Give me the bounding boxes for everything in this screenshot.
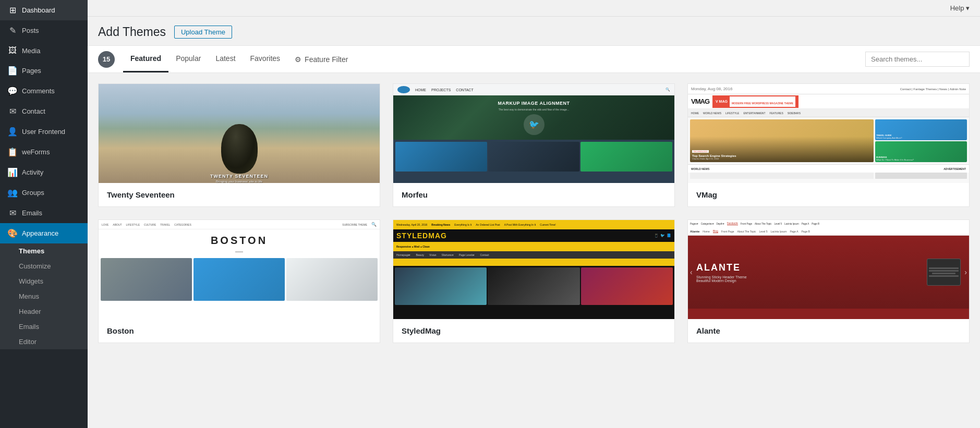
theme-name-boston: Boston [99, 319, 380, 343]
sidebar-submenu-appearance: Themes Customize Widgets Menus Header Em… [0, 243, 88, 349]
sidebar-item-user-frontend[interactable]: 👤 User Frontend [0, 121, 88, 142]
tab-favorites[interactable]: Favorites [243, 46, 288, 72]
sidebar-item-appearance[interactable]: 🎨 Appearance [0, 223, 88, 243]
sidebar-item-label: Comments [22, 87, 55, 95]
theme-name-twenty-seventeen: Twenty Seventeen [99, 183, 380, 206]
theme-thumbnail-styledmag: Wednesday, April 20, 2016 Breaking News … [393, 220, 674, 319]
morfeu-hero: MARKUP IMAGE ALIGNMENT The best way to d… [393, 95, 674, 140]
user-frontend-icon: 👤 [7, 127, 18, 137]
sidebar-item-label: Emails [22, 209, 42, 217]
sidebar-item-dashboard[interactable]: ⊞ Dashboard [0, 0, 88, 20]
sidebar-sub-item-widgets[interactable]: Widgets [0, 274, 88, 289]
theme-card-alante[interactable]: Pages▾Categories▾Depth▾Standard▾Front Pa… [687, 219, 970, 343]
page-header: Add Themes Upload Theme [88, 17, 980, 46]
sidebar-item-label: User Frontend [22, 128, 65, 136]
tab-popular[interactable]: Popular [168, 46, 208, 72]
sidebar-item-activity[interactable]: 📊 Activity [0, 162, 88, 182]
sidebar-item-label: Appearance [22, 229, 58, 237]
sidebar-sub-item-themes[interactable]: Themes [0, 243, 88, 259]
theme-thumbnail-twenty-seventeen: ✓ Installed TWENTY SEVENTEEN Bringing yo… [99, 84, 380, 183]
morfeu-nav: HOMEPROJECTSCONTACT 🔍 [393, 84, 674, 95]
sidebar-item-label: weForms [22, 148, 50, 156]
sidebar-sub-item-header[interactable]: Header [0, 304, 88, 319]
sidebar-sub-item-menus[interactable]: Menus [0, 289, 88, 304]
upload-theme-button[interactable]: Upload Theme [174, 26, 232, 39]
sidebar-item-comments[interactable]: 💬 Comments [0, 81, 88, 101]
sidebar-item-label: Pages [22, 67, 41, 75]
theme-count-badge: 15 [98, 51, 115, 68]
theme-card-boston[interactable]: LOVE ABOUT LIFESTYLE CULTURE TRAVEL CATE… [98, 219, 380, 343]
sidebar-item-label: Posts [22, 27, 39, 34]
sidebar-item-weforms[interactable]: 📋 weForms [0, 142, 88, 162]
sidebar: ⊞ Dashboard ✎ Posts 🖼 Media 📄 Pages 💬 Co… [0, 0, 88, 428]
sidebar-item-groups[interactable]: 👥 Groups [0, 182, 88, 203]
topbar: Help ▾ [88, 0, 980, 17]
theme-name-morfeu: Morfeu [393, 183, 674, 206]
pages-icon: 📄 [7, 66, 18, 76]
filter-tabs: Featured Popular Latest Favorites ⚙ Feat… [123, 46, 865, 72]
theme-thumbnail-vmag: Monday, Aug 08, 2016 Contact | Fanlage T… [688, 84, 969, 183]
sidebar-item-pages[interactable]: 📄 Pages [0, 60, 88, 81]
activity-icon: 📊 [7, 167, 18, 177]
media-icon: 🖼 [7, 46, 18, 55]
theme-name-alante: Alante [688, 319, 969, 343]
morfeu-grid [393, 140, 674, 174]
sidebar-item-contact[interactable]: ✉ Contact [0, 101, 88, 121]
sidebar-item-label: Contact [22, 107, 45, 115]
sidebar-item-media[interactable]: 🖼 Media [0, 41, 88, 60]
feature-filter-label: Feature Filter [305, 55, 348, 64]
dashboard-icon: ⊞ [7, 5, 18, 15]
theme-thumbnail-alante: Pages▾Categories▾Depth▾Standard▾Front Pa… [688, 220, 969, 319]
contact-icon: ✉ [7, 106, 18, 116]
sidebar-item-posts[interactable]: ✎ Posts [0, 20, 88, 41]
theme-name-styledmag: StyledMag [393, 319, 674, 343]
sidebar-sub-item-editor[interactable]: Editor [0, 334, 88, 349]
theme-card-styledmag[interactable]: Wednesday, April 20, 2016 Breaking News … [393, 219, 675, 343]
sidebar-item-label: Groups [22, 189, 44, 197]
search-themes-input[interactable] [865, 52, 970, 67]
sidebar-item-label: Activity [22, 168, 43, 176]
gear-icon: ⚙ [295, 55, 301, 64]
theme-thumbnail-boston: LOVE ABOUT LIFESTYLE CULTURE TRAVEL CATE… [99, 220, 380, 319]
appearance-icon: 🎨 [7, 228, 18, 238]
main-content: Help ▾ Add Themes Upload Theme 15 Featur… [88, 0, 980, 428]
themes-grid: ✓ Installed TWENTY SEVENTEEN Bringing yo… [88, 73, 980, 428]
theme-card-morfeu[interactable]: HOMEPROJECTSCONTACT 🔍 MARKUP IMAGE ALIGN… [393, 83, 675, 207]
theme-thumbnail-morfeu: HOMEPROJECTSCONTACT 🔍 MARKUP IMAGE ALIGN… [393, 84, 674, 183]
sidebar-item-label: Dashboard [22, 6, 55, 14]
comments-icon: 💬 [7, 86, 18, 96]
groups-icon: 👥 [7, 188, 18, 198]
emails-icon: ✉ [7, 208, 18, 218]
help-button[interactable]: Help ▾ [950, 4, 970, 12]
sidebar-item-emails[interactable]: ✉ Emails [0, 203, 88, 223]
sidebar-sub-item-customize[interactable]: Customize [0, 259, 88, 274]
posts-icon: ✎ [7, 26, 18, 35]
sidebar-sub-item-emails[interactable]: Emails [0, 319, 88, 334]
theme-name-vmag: VMag [688, 183, 969, 206]
sidebar-item-label: Media [22, 47, 40, 55]
theme-card-vmag[interactable]: Monday, Aug 08, 2016 Contact | Fanlage T… [687, 83, 970, 207]
weforms-icon: 📋 [7, 147, 18, 157]
filter-bar: 15 Featured Popular Latest Favorites ⚙ F… [88, 46, 980, 73]
tab-latest[interactable]: Latest [208, 46, 243, 72]
page-title: Add Themes [98, 25, 166, 39]
feature-filter-button[interactable]: ⚙ Feature Filter [287, 46, 355, 72]
theme-card-twenty-seventeen[interactable]: ✓ Installed TWENTY SEVENTEEN Bringing yo… [98, 83, 380, 207]
tab-featured[interactable]: Featured [123, 46, 168, 72]
